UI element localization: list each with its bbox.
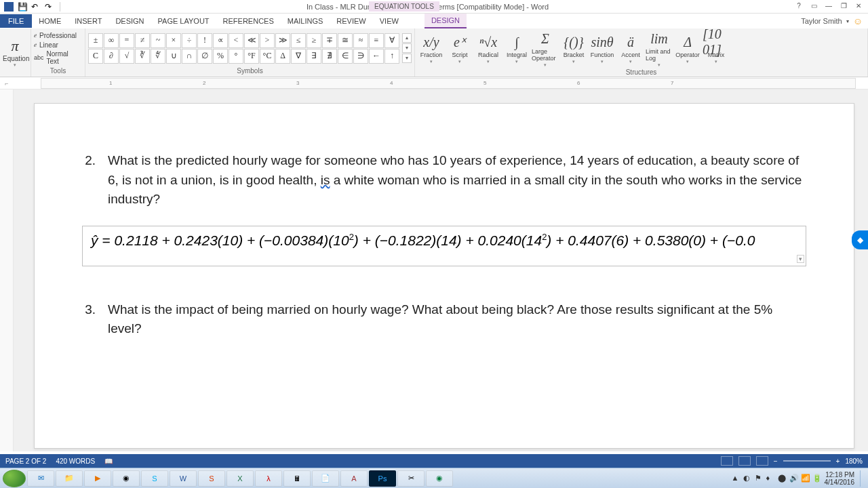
word-count[interactable]: 420 WORDS: [56, 458, 95, 465]
symbol-cell[interactable]: √: [119, 49, 134, 64]
symbols-more-icon[interactable]: ▾: [402, 54, 412, 63]
symbol-cell[interactable]: ∈: [338, 49, 353, 64]
symbol-cell[interactable]: ∞: [104, 33, 119, 48]
zoom-level[interactable]: 180%: [845, 458, 863, 465]
structure-accent[interactable]: äAccent▾: [617, 33, 644, 64]
symbols-down-icon[interactable]: ▾: [402, 43, 412, 53]
symbol-cell[interactable]: ÷: [182, 33, 197, 48]
taskbar-calc[interactable]: 🖩: [283, 470, 311, 487]
symbols-up-icon[interactable]: ▴: [402, 33, 412, 43]
symbol-cell[interactable]: ∪: [166, 49, 181, 64]
symbol-cell[interactable]: ∛: [135, 49, 150, 64]
tab-view[interactable]: VIEW: [373, 14, 406, 28]
dropbox-badge-icon[interactable]: ◆: [852, 230, 868, 249]
symbol-cell[interactable]: ≤: [291, 33, 306, 48]
symbol-cell[interactable]: ≈: [353, 33, 368, 48]
help-icon[interactable]: ?: [793, 2, 804, 12]
equation-dropdown-icon[interactable]: ▾: [797, 255, 804, 263]
taskbar-snagit[interactable]: S: [198, 470, 225, 487]
symbol-cell[interactable]: ∓: [322, 33, 337, 48]
symbol-cell[interactable]: ≫: [275, 33, 290, 48]
symbols-grid[interactable]: ±∞=≠~×÷!∝<≪>≫≤≥∓≅≈≡∀C∂√∛∜∪∩∅%°°F°CΔ∇∃∄∈∋…: [88, 33, 399, 64]
close-icon[interactable]: ✕: [853, 2, 864, 12]
equation-box[interactable]: ⁞ ŷ = 0.2118 + 0.2423(10) + (−0.00384)(1…: [82, 226, 806, 266]
symbol-cell[interactable]: %: [213, 49, 228, 64]
vertical-ruler[interactable]: [0, 89, 14, 451]
page-status[interactable]: PAGE 2 OF 2: [5, 458, 46, 465]
redo-icon[interactable]: ↷: [45, 2, 54, 12]
symbol-cell[interactable]: =: [119, 33, 134, 48]
structure-integral[interactable]: ∫Integral▾: [503, 33, 530, 64]
taskbar-excel[interactable]: X: [226, 470, 254, 487]
taskbar-word[interactable]: W: [170, 470, 197, 487]
taskbar-outlook[interactable]: ✉: [27, 470, 54, 487]
tab-references[interactable]: REFERENCES: [216, 14, 281, 28]
undo-icon[interactable]: ↶: [31, 2, 41, 12]
taskbar-photoshop[interactable]: Ps: [369, 470, 396, 487]
horizontal-ruler[interactable]: 1234567: [41, 78, 856, 89]
structure-large-operator[interactable]: ΣLarge Operator▾: [532, 30, 559, 68]
tab-review[interactable]: REVIEW: [330, 14, 372, 28]
equation-content[interactable]: ŷ = 0.2118 + 0.2423(10) + (−0.00384)(102…: [91, 232, 755, 248]
symbol-cell[interactable]: >: [260, 33, 275, 48]
zoom-out-icon[interactable]: −: [774, 458, 778, 465]
taskbar-camtasia[interactable]: ◉: [426, 470, 453, 487]
tab-file[interactable]: FILE: [0, 14, 32, 28]
symbol-cell[interactable]: °C: [260, 49, 275, 64]
structure-function[interactable]: sinθFunction▾: [589, 33, 616, 64]
linear-option[interactable]: 𝑒Linear: [34, 41, 82, 49]
symbol-cell[interactable]: ≅: [338, 33, 353, 48]
symbol-cell[interactable]: ≠: [135, 33, 150, 48]
symbol-cell[interactable]: ∄: [322, 49, 337, 64]
professional-option[interactable]: 𝑒Professional: [34, 31, 82, 39]
print-layout-icon[interactable]: [738, 456, 751, 466]
structure-bracket[interactable]: {()}Bracket▾: [560, 33, 587, 64]
symbol-cell[interactable]: ∃: [307, 49, 321, 64]
taskbar-explorer[interactable]: 📁: [56, 470, 83, 487]
page[interactable]: 2. What is the predicted hourly wage for…: [34, 103, 854, 449]
symbol-cell[interactable]: ≡: [369, 33, 384, 48]
symbol-cell[interactable]: ≪: [244, 33, 259, 48]
taskbar-notes[interactable]: 📄: [312, 470, 339, 487]
symbol-cell[interactable]: ↑: [384, 49, 399, 64]
symbol-cell[interactable]: ∜: [151, 49, 165, 64]
symbol-cell[interactable]: ∋: [353, 49, 368, 64]
taskbar-snip[interactable]: ✂: [397, 470, 425, 487]
tab-home[interactable]: HOME: [32, 14, 68, 28]
feedback-icon[interactable]: ☺: [853, 16, 863, 26]
symbol-cell[interactable]: C: [88, 49, 103, 64]
structure-operator[interactable]: ΔOperator▾: [674, 33, 701, 64]
ribbon-options-icon[interactable]: ▭: [808, 2, 819, 12]
taskbar-access[interactable]: A: [340, 470, 368, 487]
taskbar-skype[interactable]: S: [141, 470, 168, 487]
taskbar-acrobat[interactable]: λ: [255, 470, 282, 487]
symbol-cell[interactable]: ∅: [197, 49, 212, 64]
symbol-cell[interactable]: <: [229, 33, 243, 48]
symbol-cell[interactable]: ∝: [213, 33, 228, 48]
tab-design[interactable]: DESIGN: [108, 14, 151, 28]
clock[interactable]: 12:18 PM4/14/2016: [825, 471, 858, 486]
zoom-in-icon[interactable]: +: [836, 458, 840, 465]
symbol-cell[interactable]: ≥: [307, 33, 321, 48]
symbol-cell[interactable]: ±: [88, 33, 103, 48]
taskbar-chrome[interactable]: ◉: [113, 470, 140, 487]
structure-script[interactable]: eˣScript▾: [446, 33, 473, 64]
symbol-cell[interactable]: °: [229, 49, 243, 64]
q2-text[interactable]: What is the predicted hourly wage for so…: [108, 151, 806, 209]
tray-icons[interactable]: ▲◐⚑♦⬤🔊📶🔋: [732, 474, 822, 483]
tab-mailings[interactable]: MAILINGS: [281, 14, 330, 28]
structure-matrix[interactable]: [10 01]Matrix▾: [703, 33, 730, 64]
symbol-cell[interactable]: ←: [369, 49, 384, 64]
q3-text[interactable]: What is the impact of being married on h…: [108, 300, 806, 339]
taskbar-media[interactable]: ▶: [84, 470, 111, 487]
normal-text-option[interactable]: abcNormal Text: [34, 50, 82, 65]
equation-button[interactable]: πEquation▾: [3, 37, 27, 68]
user-name[interactable]: Taylor Smith: [801, 17, 842, 25]
symbol-cell[interactable]: ∩: [182, 49, 197, 64]
structure-fraction[interactable]: x/yFraction▾: [418, 33, 445, 64]
read-mode-icon[interactable]: [721, 456, 733, 466]
show-desktop[interactable]: [860, 470, 865, 487]
restore-icon[interactable]: ❐: [838, 2, 849, 12]
structure-radical[interactable]: ⁿ√xRadical▾: [475, 33, 502, 64]
tab-page-layout[interactable]: PAGE LAYOUT: [151, 14, 216, 28]
